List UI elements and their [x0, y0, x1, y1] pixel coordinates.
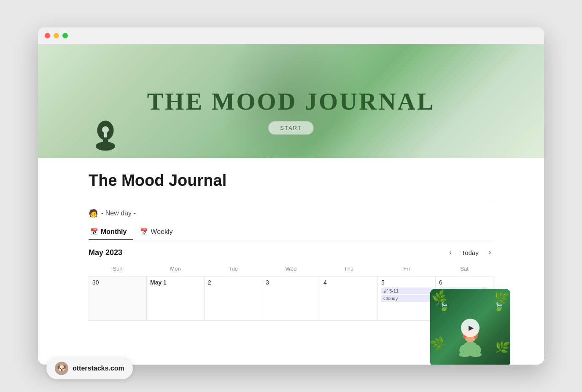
day-number: 2: [208, 279, 259, 286]
svg-rect-2: [104, 132, 107, 137]
col-fri: Fri: [378, 263, 436, 277]
divider: [89, 200, 493, 200]
col-tue: Tue: [205, 263, 262, 277]
calendar-cell-may1[interactable]: May 1: [147, 277, 205, 321]
leaf-deco-5: 🍃: [439, 301, 449, 311]
calendar-header: May 2023 ‹ Today ›: [89, 240, 493, 263]
new-day-row: 🧑 - New day -: [89, 209, 493, 218]
close-button[interactable]: [45, 33, 50, 38]
brand-url: otterstacks.com: [73, 365, 124, 372]
col-wed: Wed: [262, 263, 320, 277]
col-sat: Sat: [436, 263, 493, 277]
svg-point-4: [96, 142, 115, 150]
minimize-button[interactable]: [54, 33, 59, 38]
video-thumb-inner: 🌿 🌿 🌿 🌿 🍃 🍃: [430, 289, 510, 365]
title-bar: [38, 27, 544, 44]
leaf-deco-3: 🌿: [430, 333, 449, 353]
leaf-deco-4: 🌿: [493, 339, 510, 355]
calendar-cell-3[interactable]: 3: [262, 277, 320, 321]
event-weather-label: Cloudy: [383, 296, 398, 301]
mind-icon: [89, 118, 122, 154]
start-button[interactable]: START: [268, 121, 314, 135]
video-thumbnail[interactable]: 🌿 🌿 🌿 🌿 🍃 🍃: [430, 289, 510, 365]
calendar-cell-2[interactable]: 2: [205, 277, 262, 321]
hero-title: THE MOOD JOURNAL: [147, 87, 435, 115]
monthly-tab-label: Monthly: [101, 228, 127, 236]
play-button[interactable]: [461, 319, 480, 337]
svg-point-1: [102, 126, 109, 133]
calendar-nav: ‹ Today ›: [447, 247, 493, 258]
cal-event-cloudy[interactable]: Cloudy: [381, 295, 432, 302]
col-sun: Sun: [89, 263, 147, 277]
browser-window: THE MOOD JOURNAL START The Mood Journal …: [38, 27, 544, 365]
brand-badge: 🐶 otterstacks.com: [46, 357, 133, 379]
tab-monthly[interactable]: 📅 Monthly: [89, 225, 133, 240]
day-number: 4: [323, 279, 374, 286]
leaf-deco-6: 🍃: [493, 301, 504, 311]
tabs-row: 📅 Monthly 📅 Weekly: [89, 225, 493, 240]
brand-logo-emoji: 🐶: [57, 364, 66, 373]
today-button[interactable]: Today: [458, 247, 482, 258]
maximize-button[interactable]: [62, 33, 68, 38]
col-thu: Thu: [320, 263, 378, 277]
new-day-label: - New day -: [101, 209, 136, 217]
cal-event-511[interactable]: 🖊 5-11: [381, 287, 432, 294]
col-mon: Mon: [147, 263, 205, 277]
calendar-cell-4[interactable]: 4: [320, 277, 378, 321]
page-title: The Mood Journal: [89, 172, 493, 190]
new-day-icon: 🧑: [89, 209, 98, 218]
event-label: 5-11: [389, 288, 399, 293]
tab-weekly[interactable]: 📅 Weekly: [138, 225, 179, 240]
calendar-cell-30-apr[interactable]: 30: [89, 277, 147, 321]
next-month-button[interactable]: ›: [486, 247, 493, 258]
day-number: 30: [92, 279, 143, 286]
prev-month-button[interactable]: ‹: [447, 247, 454, 258]
hero-banner: THE MOOD JOURNAL START: [38, 44, 544, 158]
event-pencil-icon: 🖊: [383, 288, 388, 293]
day-number: 6: [439, 279, 490, 286]
content-area: The Mood Journal 🧑 - New day - 📅 Monthly…: [38, 158, 544, 334]
weekly-tab-label: Weekly: [151, 228, 172, 236]
weekly-tab-icon: 📅: [140, 228, 148, 236]
calendar-cell-5[interactable]: 5 🖊 5-11 Cloudy: [378, 277, 436, 321]
day-number: May 1: [150, 279, 201, 286]
day-number: 5: [381, 279, 432, 286]
monthly-tab-icon: 📅: [90, 228, 98, 236]
calendar-month: May 2023: [89, 248, 122, 257]
brand-logo: 🐶: [55, 362, 68, 375]
day-number: 3: [266, 279, 316, 286]
